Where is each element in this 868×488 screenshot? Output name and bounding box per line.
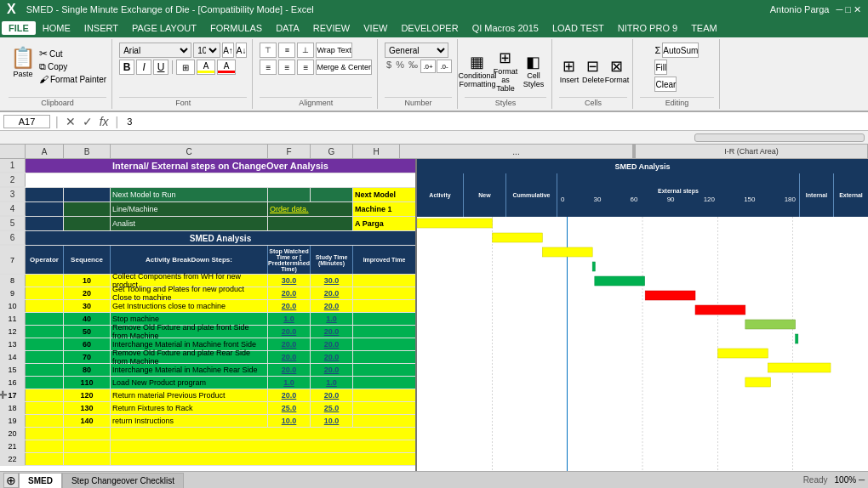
menu-qi-macros[interactable]: QI Macros 2015 xyxy=(465,21,545,35)
menu-data[interactable]: DATA xyxy=(269,21,306,35)
table-row: 10 30 Get Instructions close to machine … xyxy=(0,300,415,313)
format-table-btn[interactable]: ⊞ Format as Table xyxy=(493,48,518,93)
align-mid-btn[interactable]: ≡ xyxy=(278,43,295,58)
cell-analyst-value: A Parga xyxy=(353,217,415,230)
zoom-control[interactable]: 100% ─ xyxy=(835,475,865,485)
format-btn[interactable]: ⊠ Format xyxy=(607,57,627,84)
cell-b5 xyxy=(64,217,111,230)
font-color-btn[interactable]: A xyxy=(217,60,236,75)
cells-label: Cells xyxy=(559,97,627,107)
cell-b3 xyxy=(64,188,111,201)
paste-button[interactable]: 📋 Paste xyxy=(9,44,37,80)
wrap-text-btn[interactable]: Wrap Text xyxy=(316,43,351,58)
chart-column-headers: Activity New Cummulative External steps … xyxy=(417,173,868,217)
insert-function-icon[interactable]: fx xyxy=(98,115,111,128)
menu-nitro[interactable]: NITRO PRO 9 xyxy=(611,21,684,35)
fill-btn[interactable]: Fill xyxy=(654,60,667,75)
font-increase-btn[interactable]: A↑ xyxy=(222,43,234,58)
number-group: General $ % ‰ .0+ .0- Number xyxy=(380,39,458,109)
font-group: Arial 10 A↑ A↓ B I U ⊞ A A Font xyxy=(114,39,253,109)
insert-btn[interactable]: ⊞ Insert xyxy=(559,57,580,84)
add-sheet-btn[interactable]: ⊕ xyxy=(3,473,19,488)
col-H[interactable]: H xyxy=(353,145,400,158)
menu-review[interactable]: REVIEW xyxy=(306,21,357,35)
border-btn[interactable]: ⊞ xyxy=(176,60,195,75)
formula-divider: | xyxy=(55,115,59,128)
clear-btn[interactable]: Clear xyxy=(654,77,677,92)
number-format-select[interactable]: General xyxy=(385,43,448,58)
cancel-formula-icon[interactable]: ✕ xyxy=(64,115,77,128)
formula-input[interactable] xyxy=(123,116,865,128)
menu-file[interactable]: FILE xyxy=(2,21,36,35)
align-bot-btn[interactable]: ⊥ xyxy=(297,43,314,58)
menu-insert[interactable]: INSERT xyxy=(77,21,125,35)
main-title-cell: Internal/ External steps on ChangeOver A… xyxy=(26,159,415,173)
conditional-formatting-btn[interactable]: ▦ Conditional Formatting xyxy=(465,53,490,88)
col-G[interactable]: G xyxy=(311,145,353,158)
menu-team[interactable]: TEAM xyxy=(684,21,724,35)
table-row: 12 50 Remove Old Fixture and plate front… xyxy=(0,326,415,338)
increase-decimal-btn[interactable]: .0+ xyxy=(420,60,436,73)
underline-btn[interactable]: U xyxy=(153,60,168,75)
editing-group: Σ AutoSum Fill Clear Editing xyxy=(635,39,720,109)
italic-btn[interactable]: I xyxy=(136,60,151,75)
svg-rect-9 xyxy=(595,276,645,286)
delete-btn[interactable]: ⊟ Delete xyxy=(583,57,603,84)
col-B[interactable]: B xyxy=(64,145,111,158)
table-row: 15 80 Interchange Material in Machine Re… xyxy=(0,364,415,377)
status-ready: Ready xyxy=(803,475,828,485)
menu-page-layout[interactable]: PAGE LAYOUT xyxy=(125,21,203,35)
col-rest[interactable]: ... xyxy=(400,145,634,158)
align-left-btn[interactable]: ≡ xyxy=(260,60,277,75)
menu-load-test[interactable]: LOAD TEST xyxy=(545,21,611,35)
title-bar-left: X SMED - Single Minute Exchange of Die -… xyxy=(7,2,314,17)
table-row-empty3: 22 xyxy=(0,453,415,466)
menu-home[interactable]: HOME xyxy=(36,21,77,35)
sheet-tab-changeover[interactable]: Step Changeover Checklist xyxy=(62,473,184,488)
cell-reference-box[interactable]: A17 xyxy=(3,115,50,128)
svg-rect-12 xyxy=(745,320,796,329)
svg-rect-11 xyxy=(695,305,745,315)
cut-button[interactable]: ✂ Cut xyxy=(39,48,106,60)
align-center-btn[interactable]: ≡ xyxy=(278,60,295,75)
editing-label: Editing xyxy=(640,97,714,107)
row-5-header: 5 xyxy=(0,217,26,230)
row-7-header: 7 xyxy=(0,246,26,274)
formula-bar: A17 | ✕ ✓ fx | xyxy=(0,112,868,131)
app-title: SMED - Single Minute Exchange of Die - [… xyxy=(26,4,314,14)
align-top-btn[interactable]: ⊤ xyxy=(260,43,277,58)
font-face-select[interactable]: Arial xyxy=(119,43,191,58)
header-study-time: Study Time (Minutes) xyxy=(311,246,353,274)
font-decrease-btn[interactable]: A↓ xyxy=(236,43,248,58)
font-group-label: Font xyxy=(119,97,247,107)
align-right-btn[interactable]: ≡ xyxy=(297,60,314,75)
svg-rect-8 xyxy=(592,262,595,271)
menu-view[interactable]: VIEW xyxy=(357,21,394,35)
col-C[interactable]: C xyxy=(111,145,268,158)
cell-a5 xyxy=(26,217,64,230)
merge-center-btn[interactable]: Merge & Center xyxy=(316,60,372,75)
bold-btn[interactable]: B xyxy=(119,60,134,75)
menu-formulas[interactable]: FORMULAS xyxy=(203,21,269,35)
sheet-tab-smed[interactable]: SMED xyxy=(19,473,62,488)
font-size-select[interactable]: 10 xyxy=(193,43,220,58)
cell-styles-btn[interactable]: ◧ Cell Styles xyxy=(521,53,546,88)
svg-rect-10 xyxy=(645,291,695,300)
menu-bar: FILE HOME INSERT PAGE LAYOUT FORMULAS DA… xyxy=(0,19,868,37)
status-bar: ⊕ SMED Step Changeover Checklist Ready 1… xyxy=(0,471,868,488)
decrease-decimal-btn[interactable]: .0- xyxy=(437,60,452,73)
cell-a4 xyxy=(26,202,64,216)
svg-rect-7 xyxy=(542,247,592,257)
clipboard-group: 📋 Paste ✂ Cut ⧉ Copy 🖌 Format Painter Cl… xyxy=(3,39,112,109)
col-F[interactable]: F xyxy=(268,145,311,158)
fill-color-btn[interactable]: A xyxy=(197,60,215,75)
table-row-empty: 20 xyxy=(0,428,415,440)
confirm-formula-icon[interactable]: ✓ xyxy=(81,115,94,128)
menu-developer[interactable]: DEVELOPER xyxy=(394,21,465,35)
copy-button[interactable]: ⧉ Copy xyxy=(39,61,106,72)
horizontal-scrollbar[interactable] xyxy=(694,133,865,142)
format-painter-button[interactable]: 🖌 Format Painter xyxy=(39,74,106,84)
user-name: Antonio Parga xyxy=(770,4,830,14)
col-A[interactable]: A xyxy=(26,145,64,158)
autosum-btn[interactable]: AutoSum xyxy=(662,43,699,58)
